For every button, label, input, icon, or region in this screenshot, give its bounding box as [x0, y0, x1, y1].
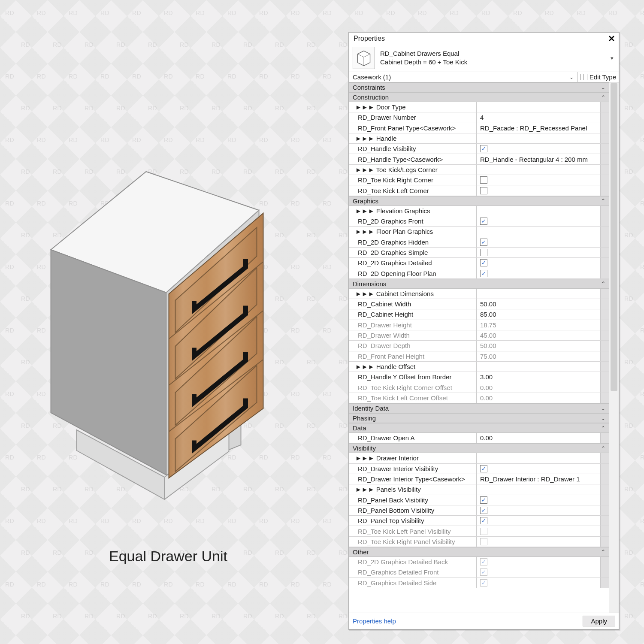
- val-toe-kick-left-offset: 0.00: [477, 393, 600, 403]
- val-front-panel-type[interactable]: RD_Facade : RD_F_Recessed Panel: [477, 123, 600, 133]
- param-front-panel-type: RD_Front Panel Type<Casework>: [349, 123, 477, 133]
- section-dimensions[interactable]: Dimensions: [353, 280, 386, 287]
- section-graphics[interactable]: Graphics: [353, 197, 378, 205]
- checkbox[interactable]: ✓: [480, 218, 487, 225]
- val-drawer-interior-type[interactable]: RD_Drawer Interior : RD_Drawer 1: [477, 474, 600, 484]
- apply-button[interactable]: Apply: [583, 616, 615, 626]
- chevron-down-icon: ⌄: [569, 74, 574, 80]
- panel-title: Properties: [354, 35, 385, 42]
- viewport-caption: Equal Drawer Unit: [109, 548, 227, 565]
- properties-list: Constraints⌄ Construction⌃ ►►► Door Type…: [349, 82, 609, 613]
- param-toe-kick-right: RD_Toe Kick Right Corner: [349, 175, 477, 185]
- param-2d-hidden: RD_2D Graphics Hidden: [349, 237, 477, 247]
- checkbox: ✓: [480, 568, 487, 576]
- param-toe-kick-right-panel-vis: RD_Toe Kick Right Panel Visibility: [349, 537, 477, 547]
- val-drawer-open-a[interactable]: 0.00: [477, 433, 600, 443]
- checkbox[interactable]: ✓: [480, 259, 487, 266]
- edit-type-label: Edit Type: [590, 73, 616, 81]
- param-drawer-depth: RD_Drawer Depth: [349, 341, 477, 351]
- val-handle-y-offset[interactable]: 3.00: [477, 372, 600, 382]
- val-drawer-height: 18.75: [477, 320, 600, 330]
- param-panel-bottom-vis: RD_Panel Bottom Visibility: [349, 505, 477, 515]
- val-drawer-number[interactable]: 4: [477, 112, 600, 122]
- param-handle-y-offset: RD_Handle Y Offset from Border: [349, 372, 477, 382]
- param-toe-kick-right-offset: RD_Toe Kick Right Corner Offset: [349, 382, 477, 392]
- section-other[interactable]: Other: [353, 548, 369, 556]
- type-thumbnail-icon: [353, 47, 375, 69]
- val-drawer-depth: 50.00: [477, 341, 600, 351]
- checkbox[interactable]: [480, 249, 487, 256]
- param-2d-front: RD_2D Graphics Front: [349, 216, 477, 226]
- param-2d-simple: RD_2D Graphics Simple: [349, 248, 477, 257]
- checkbox[interactable]: ✓: [480, 465, 487, 472]
- sub-floorplan: ►►► Floor Plan Graphics: [349, 227, 477, 236]
- instance-selector-label: Casework (1): [353, 73, 391, 81]
- section-constraints[interactable]: Constraints: [353, 84, 385, 91]
- family-name: RD_Cabinet Drawers Equal: [380, 49, 609, 58]
- val-handle-type[interactable]: RD_Handle - Rectangular 4 : 200 mm: [477, 154, 600, 164]
- param-graphics-detailed-side: RD_Graphics Detailed Side: [349, 578, 477, 588]
- param-toe-kick-left: RD_Toe Kick Left Corner: [349, 185, 477, 195]
- scrollbar-thumb[interactable]: [611, 83, 617, 391]
- param-panel-back-vis: RD_Panel Back Visibility: [349, 495, 477, 505]
- val-cabinet-height[interactable]: 85.00: [477, 309, 600, 319]
- checkbox: [480, 528, 487, 535]
- section-data[interactable]: Data: [353, 424, 366, 432]
- section-visibility[interactable]: Visibility: [353, 444, 376, 452]
- param-toe-kick-left-offset: RD_Toe Kick Left Corner Offset: [349, 393, 477, 403]
- checkbox[interactable]: ✓: [480, 517, 487, 524]
- scrollbar[interactable]: [609, 82, 619, 613]
- checkbox[interactable]: ✓: [480, 496, 487, 504]
- properties-help-link[interactable]: Properties help: [353, 617, 396, 625]
- param-handle-visibility: RD_Handle Visibility: [349, 144, 477, 154]
- checkbox: ✓: [480, 579, 487, 587]
- type-name: Cabinet Depth = 60 + Toe Kick: [380, 58, 609, 67]
- checkbox[interactable]: ✓: [480, 239, 487, 246]
- param-drawer-height: RD_Drawer Height: [349, 320, 477, 330]
- param-drawer-open-a: RD_Drawer Open A: [349, 433, 477, 443]
- sub-handle: ►►► Handle: [349, 133, 477, 143]
- close-icon[interactable]: ✕: [608, 34, 615, 43]
- chevron-down-icon[interactable]: ▾: [609, 55, 615, 61]
- param-handle-type: RD_Handle Type<Casework>: [349, 154, 477, 164]
- checkbox[interactable]: ✓: [480, 507, 487, 514]
- checkbox[interactable]: [480, 187, 487, 194]
- checkbox[interactable]: [480, 176, 487, 184]
- val-cabinet-width[interactable]: 50.00: [477, 299, 600, 309]
- param-toe-kick-left-panel-vis: RD_Toe Kick Left Panel Visibility: [349, 526, 477, 536]
- checkbox: [480, 538, 487, 545]
- param-drawer-interior-vis: RD_Drawer Interior Visibility: [349, 464, 477, 474]
- param-2d-detailed: RD_2D Graphics Detailed: [349, 258, 477, 268]
- param-2d-detailed-back: RD_2D Graphics Detailed Back: [349, 557, 477, 567]
- param-front-panel-height: RD_Front Panel Height: [349, 351, 477, 361]
- param-graphics-detailed-front: RD_Graphics Detailed Front: [349, 567, 477, 577]
- sub-cabinet-dim: ►►► Cabinet Dimensions: [349, 289, 477, 299]
- checkbox[interactable]: ✓: [480, 270, 487, 277]
- properties-panel: Properties ✕ RD_Cabinet Drawers Equal Ca…: [348, 32, 620, 630]
- edit-type-button[interactable]: Edit Type: [577, 72, 619, 82]
- param-cabinet-height: RD_Cabinet Height: [349, 309, 477, 319]
- param-2d-opening: RD_2D Opening Floor Plan: [349, 268, 477, 278]
- section-phasing[interactable]: Phasing: [353, 414, 376, 422]
- sub-toe-kick: ►►► Toe Kick/Legs Corner: [349, 165, 477, 175]
- param-panel-top-vis: RD_Panel Top Visibility: [349, 516, 477, 526]
- section-construction[interactable]: Construction: [353, 94, 389, 101]
- edit-type-icon: [580, 74, 587, 80]
- param-drawer-number: RD_Drawer Number: [349, 112, 477, 122]
- cabinet-3d-view: [43, 164, 286, 520]
- val-drawer-width: 45.00: [477, 330, 600, 340]
- sub-drawer-interior: ►►► Drawer Interior: [349, 453, 477, 463]
- val-toe-kick-right-offset: 0.00: [477, 382, 600, 392]
- section-identity[interactable]: Identity Data: [353, 405, 389, 412]
- type-selector-row[interactable]: RD_Cabinet Drawers Equal Cabinet Depth =…: [349, 44, 619, 72]
- val-front-panel-height: 75.00: [477, 351, 600, 361]
- checkbox[interactable]: ✓: [480, 145, 487, 152]
- sub-handle-offset: ►►► Handle Offset: [349, 362, 477, 372]
- param-drawer-interior-type: RD_Drawer Interior Type<Casework>: [349, 474, 477, 484]
- instance-selector[interactable]: Casework (1) ⌄: [349, 72, 577, 82]
- param-cabinet-width: RD_Cabinet Width: [349, 299, 477, 309]
- sub-panels-vis: ►►► Panels Visibility: [349, 484, 477, 494]
- checkbox: ✓: [480, 558, 487, 565]
- param-drawer-width: RD_Drawer Width: [349, 330, 477, 340]
- sub-door-type: ►►► Door Type: [349, 102, 477, 112]
